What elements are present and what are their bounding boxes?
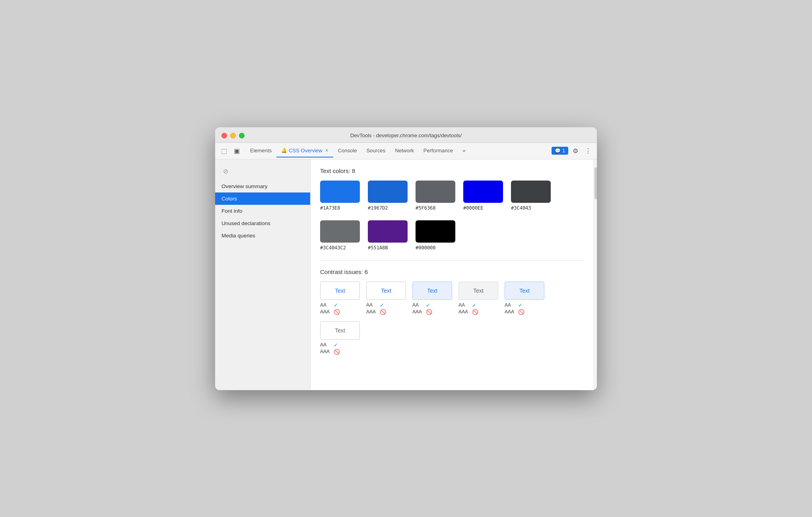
tab-more[interactable]: »: [458, 144, 470, 157]
cursor-icon[interactable]: ⬚: [218, 145, 229, 156]
contrast-box-6[interactable]: Text: [320, 321, 360, 340]
color-item-4: #0000EE: [463, 181, 503, 211]
aaa-block-5: 🚫: [518, 309, 524, 315]
contrast-text-3: Text: [427, 288, 437, 294]
aa-check-1: ✓: [334, 302, 338, 308]
aaa-block-2: 🚫: [380, 309, 386, 315]
color-item-5: #3C4043: [511, 181, 551, 211]
color-swatch-4[interactable]: [463, 181, 503, 203]
contrast-item-5: Text AA ✓ AAA 🚫: [505, 282, 544, 315]
aaa-label-5: AAA: [505, 309, 516, 315]
contrast-ratings-5: AA ✓ AAA 🚫: [505, 302, 544, 315]
color-swatch-3[interactable]: [416, 181, 455, 203]
contrast-box-5[interactable]: Text: [505, 282, 544, 300]
contrast-box-4[interactable]: Text: [458, 282, 498, 300]
color-swatch-5[interactable]: [511, 181, 551, 203]
color-label-5: #3C4043: [511, 205, 531, 211]
sidebar: ⊘ Overview summary Colors Font info Unus…: [215, 159, 311, 390]
contrast-title: Contrast issues: 6: [320, 268, 584, 275]
contrast-text-4: Text: [473, 288, 484, 294]
close-traffic-light[interactable]: [221, 133, 227, 138]
tab-sources-label: Sources: [366, 148, 385, 154]
contrast-box-1[interactable]: Text: [320, 282, 360, 300]
contrast-box-2[interactable]: Text: [366, 282, 406, 300]
aa-label-6: AA: [320, 342, 331, 348]
minimize-traffic-light[interactable]: [230, 133, 236, 138]
settings-icon[interactable]: ⚙: [570, 145, 581, 156]
contrast-text-2: Text: [381, 288, 391, 294]
color-item-3: #5F6368: [416, 181, 455, 211]
aa-check-2: ✓: [380, 302, 384, 308]
title-bar: DevTools - developer.chrome.com/tags/dev…: [215, 127, 597, 143]
contrast-box-3[interactable]: Text: [412, 282, 452, 300]
sidebar-label-font-info: Font info: [221, 208, 243, 214]
color-swatch-8[interactable]: [416, 220, 455, 243]
scrollbar-thumb[interactable]: [594, 167, 597, 199]
contrast-ratings-2: AA ✓ AAA 🚫: [366, 302, 406, 315]
tab-css-overview-label: CSS Overview: [289, 148, 322, 154]
scrollbar[interactable]: [594, 159, 597, 390]
tab-close-icon[interactable]: ✕: [325, 148, 328, 153]
tab-elements[interactable]: Elements: [245, 144, 276, 157]
tab-more-label: »: [462, 148, 465, 154]
color-item-7: #551A8B: [368, 220, 408, 251]
contrast-ratings-3: AA ✓ AAA 🚫: [412, 302, 452, 315]
contrast-grid-row2: Text AA ✓ AAA 🚫: [320, 321, 584, 355]
aaa-label-3: AAA: [412, 309, 423, 315]
fullscreen-traffic-light[interactable]: [239, 133, 245, 138]
tab-console[interactable]: Console: [333, 144, 362, 157]
aa-row-6: AA ✓: [320, 342, 360, 348]
contrast-item-2: Text AA ✓ AAA 🚫: [366, 282, 406, 315]
tab-performance[interactable]: Performance: [419, 144, 458, 157]
block-icon[interactable]: ⊘: [220, 166, 231, 177]
main-content: ⊘ Overview summary Colors Font info Unus…: [215, 159, 597, 390]
more-options-icon[interactable]: ⋮: [583, 145, 594, 156]
color-item-8: #000000: [416, 220, 455, 251]
aaa-block-3: 🚫: [426, 309, 432, 315]
aa-row-2: AA ✓: [366, 302, 406, 308]
aaa-label-1: AAA: [320, 309, 331, 315]
colors-grid-row2: #3C4043C2 #551A8B #000000: [320, 220, 584, 251]
aa-row-1: AA ✓: [320, 302, 360, 308]
tab-sources[interactable]: Sources: [361, 144, 390, 157]
aa-check-3: ✓: [426, 302, 430, 308]
aa-label-2: AA: [366, 302, 377, 308]
aa-row-5: AA ✓: [505, 302, 544, 308]
aaa-label-6: AAA: [320, 349, 331, 354]
divider-1: [320, 260, 584, 260]
sidebar-item-unused-declarations[interactable]: Unused declarations: [215, 217, 310, 229]
contrast-text-6: Text: [335, 327, 345, 334]
chat-icon: 💬: [555, 148, 561, 154]
tab-performance-label: Performance: [423, 148, 453, 154]
aa-check-6: ✓: [334, 342, 338, 348]
color-swatch-2[interactable]: [368, 181, 408, 203]
aa-label-1: AA: [320, 302, 331, 308]
aa-check-5: ✓: [518, 302, 523, 308]
contrast-item-4: Text AA ✓ AAA 🚫: [458, 282, 498, 315]
tab-bar-right: 💬 1 ⚙ ⋮: [552, 145, 594, 156]
color-label-4: #0000EE: [463, 205, 484, 211]
sidebar-item-font-info[interactable]: Font info: [215, 205, 310, 217]
aaa-row-6: AAA 🚫: [320, 349, 360, 355]
color-swatch-1[interactable]: [320, 181, 360, 203]
device-icon[interactable]: ▣: [231, 145, 242, 156]
notification-badge[interactable]: 💬 1: [552, 147, 568, 155]
contrast-text-5: Text: [519, 288, 530, 294]
aaa-row-4: AAA 🚫: [458, 309, 498, 315]
aa-label-3: AA: [412, 302, 423, 308]
aaa-row-2: AAA 🚫: [366, 309, 406, 315]
sidebar-item-media-queries[interactable]: Media queries: [215, 229, 310, 242]
color-label-1: #1A73E8: [320, 205, 340, 211]
aaa-row-3: AAA 🚫: [412, 309, 452, 315]
aaa-block-1: 🚫: [334, 309, 340, 315]
sidebar-label-media-queries: Media queries: [221, 233, 255, 239]
sidebar-item-overview-summary[interactable]: Overview summary: [215, 180, 310, 192]
tab-css-overview[interactable]: 🔔 CSS Overview ✕: [276, 144, 333, 157]
color-swatch-7[interactable]: [368, 220, 408, 243]
contrast-ratings-4: AA ✓ AAA 🚫: [458, 302, 498, 315]
panel: Text colors: 8 #1A73E8 #1967D2 #5F6368: [311, 159, 594, 390]
tab-network[interactable]: Network: [390, 144, 419, 157]
contrast-ratings-1: AA ✓ AAA 🚫: [320, 302, 360, 315]
sidebar-item-colors[interactable]: Colors: [215, 192, 310, 205]
color-swatch-6[interactable]: [320, 220, 360, 243]
